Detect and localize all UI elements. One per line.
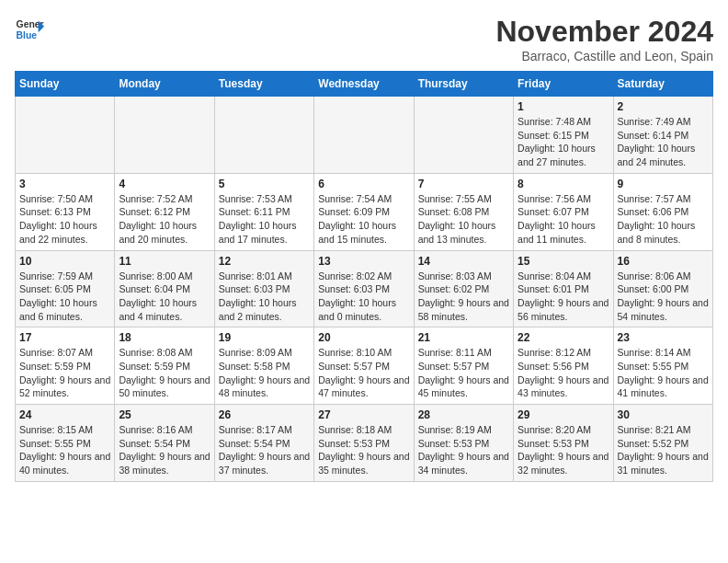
header-cell-tuesday: Tuesday (214, 72, 313, 97)
day-info: Sunrise: 7:52 AMSunset: 6:12 PMDaylight:… (119, 192, 210, 247)
day-info: Sunrise: 8:03 AMSunset: 6:02 PMDaylight:… (418, 270, 509, 324)
day-info: Sunrise: 8:07 AMSunset: 5:59 PMDaylight:… (19, 346, 110, 400)
day-info: Sunrise: 7:59 AMSunset: 6:05 PMDaylight:… (19, 270, 110, 324)
day-cell: 23Sunrise: 8:14 AMSunset: 5:55 PMDayligh… (613, 327, 712, 405)
day-info: Sunrise: 7:57 AMSunset: 6:06 PMDaylight:… (618, 192, 709, 247)
day-cell: 30Sunrise: 8:21 AMSunset: 5:52 PMDayligh… (613, 405, 712, 482)
calendar-header: SundayMondayTuesdayWednesdayThursdayFrid… (16, 72, 713, 97)
day-info: Sunrise: 8:16 AMSunset: 5:54 PMDaylight:… (119, 423, 210, 477)
day-number: 1 (518, 100, 609, 113)
day-cell: 2Sunrise: 7:49 AMSunset: 6:14 PMDaylight… (613, 97, 712, 174)
day-number: 14 (418, 255, 509, 268)
day-info: Sunrise: 8:11 AMSunset: 5:57 PMDaylight:… (418, 346, 509, 400)
day-info: Sunrise: 8:18 AMSunset: 5:53 PMDaylight:… (318, 423, 409, 477)
day-number: 30 (618, 408, 709, 421)
day-cell: 4Sunrise: 7:52 AMSunset: 6:12 PMDaylight… (115, 173, 214, 250)
day-cell: 15Sunrise: 8:04 AMSunset: 6:01 PMDayligh… (514, 250, 613, 327)
day-number: 18 (119, 331, 210, 344)
day-number: 9 (618, 178, 709, 190)
week-row-5: 24Sunrise: 8:15 AMSunset: 5:55 PMDayligh… (16, 405, 713, 482)
header-row: SundayMondayTuesdayWednesdayThursdayFrid… (16, 72, 713, 97)
day-cell (414, 97, 513, 174)
header-cell-monday: Monday (115, 72, 214, 97)
day-cell: 7Sunrise: 7:55 AMSunset: 6:08 PMDaylight… (414, 173, 513, 250)
day-number: 23 (618, 331, 709, 344)
day-cell (16, 97, 115, 174)
day-info: Sunrise: 7:48 AMSunset: 6:15 PMDaylight:… (518, 115, 609, 169)
day-cell: 16Sunrise: 8:06 AMSunset: 6:00 PMDayligh… (613, 250, 712, 327)
header-cell-friday: Friday (514, 72, 613, 97)
day-cell (214, 97, 313, 174)
day-info: Sunrise: 8:06 AMSunset: 6:00 PMDaylight:… (618, 270, 709, 324)
day-info: Sunrise: 8:02 AMSunset: 6:03 PMDaylight:… (318, 270, 409, 324)
day-info: Sunrise: 8:10 AMSunset: 5:57 PMDaylight:… (318, 346, 409, 400)
day-cell (115, 97, 214, 174)
day-number: 11 (119, 255, 210, 268)
month-title: November 2024 (495, 15, 713, 49)
day-cell: 12Sunrise: 8:01 AMSunset: 6:03 PMDayligh… (214, 250, 313, 327)
day-number: 4 (119, 178, 210, 190)
day-cell: 24Sunrise: 8:15 AMSunset: 5:55 PMDayligh… (16, 405, 115, 482)
day-info: Sunrise: 8:15 AMSunset: 5:55 PMDaylight:… (19, 423, 110, 477)
day-cell: 10Sunrise: 7:59 AMSunset: 6:05 PMDayligh… (16, 250, 115, 327)
day-cell: 26Sunrise: 8:17 AMSunset: 5:54 PMDayligh… (214, 405, 313, 482)
day-info: Sunrise: 8:14 AMSunset: 5:55 PMDaylight:… (618, 346, 709, 400)
calendar-table: SundayMondayTuesdayWednesdayThursdayFrid… (15, 71, 713, 482)
day-info: Sunrise: 7:49 AMSunset: 6:14 PMDaylight:… (618, 115, 709, 169)
day-info: Sunrise: 7:55 AMSunset: 6:08 PMDaylight:… (418, 192, 509, 247)
day-number: 24 (19, 408, 110, 421)
day-cell: 17Sunrise: 8:07 AMSunset: 5:59 PMDayligh… (16, 327, 115, 405)
day-info: Sunrise: 8:21 AMSunset: 5:52 PMDaylight:… (618, 423, 709, 477)
location: Barraco, Castille and Leon, Spain (495, 49, 713, 63)
day-number: 3 (19, 178, 110, 190)
day-info: Sunrise: 7:50 AMSunset: 6:13 PMDaylight:… (19, 192, 110, 247)
day-cell: 21Sunrise: 8:11 AMSunset: 5:57 PMDayligh… (414, 327, 513, 405)
day-info: Sunrise: 7:54 AMSunset: 6:09 PMDaylight:… (318, 192, 409, 247)
header-cell-wednesday: Wednesday (314, 72, 414, 97)
day-info: Sunrise: 8:17 AMSunset: 5:54 PMDaylight:… (219, 423, 310, 477)
day-number: 6 (318, 178, 409, 190)
day-number: 20 (318, 331, 409, 344)
day-cell: 18Sunrise: 8:08 AMSunset: 5:59 PMDayligh… (115, 327, 214, 405)
day-number: 27 (318, 408, 409, 421)
day-cell: 27Sunrise: 8:18 AMSunset: 5:53 PMDayligh… (314, 405, 414, 482)
day-number: 29 (518, 408, 609, 421)
title-area: November 2024 Barraco, Castille and Leon… (495, 15, 713, 63)
week-row-1: 1Sunrise: 7:48 AMSunset: 6:15 PMDaylight… (16, 97, 713, 174)
day-info: Sunrise: 8:04 AMSunset: 6:01 PMDaylight:… (518, 270, 609, 324)
day-cell: 3Sunrise: 7:50 AMSunset: 6:13 PMDaylight… (16, 173, 115, 250)
day-number: 17 (19, 331, 110, 344)
day-number: 21 (418, 331, 509, 344)
day-number: 7 (418, 178, 509, 190)
logo-icon: General Blue (15, 15, 44, 44)
header-cell-thursday: Thursday (414, 72, 513, 97)
day-info: Sunrise: 8:20 AMSunset: 5:53 PMDaylight:… (518, 423, 609, 477)
day-cell: 22Sunrise: 8:12 AMSunset: 5:56 PMDayligh… (514, 327, 613, 405)
day-info: Sunrise: 8:01 AMSunset: 6:03 PMDaylight:… (219, 270, 310, 324)
day-cell: 6Sunrise: 7:54 AMSunset: 6:09 PMDaylight… (314, 173, 414, 250)
logo: General Blue (15, 15, 44, 44)
day-cell: 11Sunrise: 8:00 AMSunset: 6:04 PMDayligh… (115, 250, 214, 327)
day-number: 5 (219, 178, 310, 190)
day-number: 22 (518, 331, 609, 344)
week-row-4: 17Sunrise: 8:07 AMSunset: 5:59 PMDayligh… (16, 327, 713, 405)
header-cell-saturday: Saturday (613, 72, 712, 97)
day-number: 28 (418, 408, 509, 421)
day-info: Sunrise: 7:56 AMSunset: 6:07 PMDaylight:… (518, 192, 609, 247)
day-info: Sunrise: 8:08 AMSunset: 5:59 PMDaylight:… (119, 346, 210, 400)
day-cell: 8Sunrise: 7:56 AMSunset: 6:07 PMDaylight… (514, 173, 613, 250)
day-cell: 13Sunrise: 8:02 AMSunset: 6:03 PMDayligh… (314, 250, 414, 327)
day-cell: 1Sunrise: 7:48 AMSunset: 6:15 PMDaylight… (514, 97, 613, 174)
day-cell: 14Sunrise: 8:03 AMSunset: 6:02 PMDayligh… (414, 250, 513, 327)
day-number: 15 (518, 255, 609, 268)
day-info: Sunrise: 8:19 AMSunset: 5:53 PMDaylight:… (418, 423, 509, 477)
day-info: Sunrise: 8:12 AMSunset: 5:56 PMDaylight:… (518, 346, 609, 400)
header: General Blue November 2024 Barraco, Cast… (15, 15, 713, 63)
day-info: Sunrise: 8:09 AMSunset: 5:58 PMDaylight:… (219, 346, 310, 400)
day-number: 8 (518, 178, 609, 190)
week-row-2: 3Sunrise: 7:50 AMSunset: 6:13 PMDaylight… (16, 173, 713, 250)
day-cell: 9Sunrise: 7:57 AMSunset: 6:06 PMDaylight… (613, 173, 712, 250)
day-number: 2 (618, 100, 709, 113)
day-number: 26 (219, 408, 310, 421)
week-row-3: 10Sunrise: 7:59 AMSunset: 6:05 PMDayligh… (16, 250, 713, 327)
